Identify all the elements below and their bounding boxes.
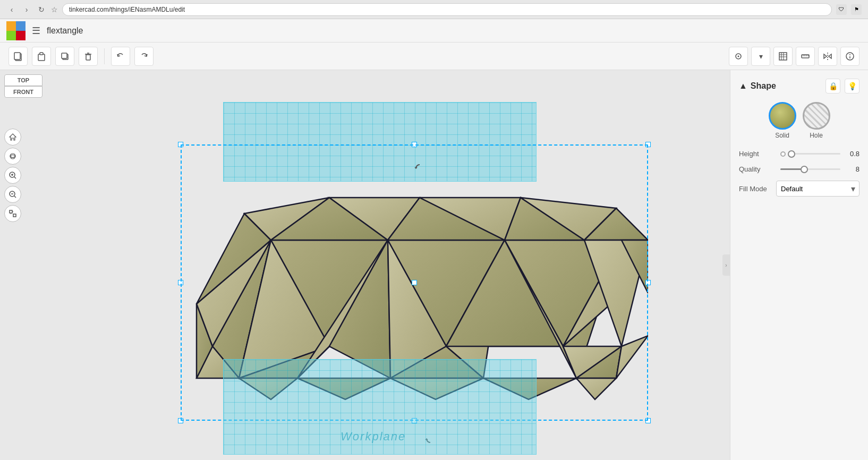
ruler-button[interactable] bbox=[796, 47, 815, 66]
hole-label: Hole bbox=[810, 132, 823, 139]
quality-label: Quality bbox=[739, 165, 776, 173]
svg-point-10 bbox=[738, 55, 739, 57]
paste-button[interactable] bbox=[32, 47, 51, 66]
browser-bar: ‹ › ↻ ☆ tinkercad.com/things/iENasmAMDLu… bbox=[0, 0, 868, 19]
address-bar[interactable]: tinkercad.com/things/iENasmAMDLu/edit bbox=[62, 3, 832, 16]
height-value: 0.8 bbox=[844, 150, 860, 158]
notes-button[interactable] bbox=[840, 47, 860, 66]
main-area: TOP FRONT bbox=[0, 70, 868, 460]
nav-controls bbox=[4, 129, 21, 222]
app-header: ☰ flextangle bbox=[0, 19, 868, 42]
browser-icons: 🛡 ⚑ bbox=[836, 4, 862, 15]
quality-row: Quality 8 bbox=[739, 165, 860, 173]
extension-icon-1: 🛡 bbox=[836, 4, 847, 15]
right-edge-toggle[interactable]: › bbox=[722, 254, 730, 276]
svg-point-27 bbox=[10, 154, 15, 159]
fill-mode-label: Fill Mode bbox=[739, 185, 776, 193]
svg-rect-35 bbox=[10, 210, 12, 213]
handle-mid-right[interactable] bbox=[645, 280, 651, 285]
snap-button[interactable] bbox=[729, 47, 748, 66]
view-top-face[interactable]: TOP bbox=[4, 74, 42, 86]
handle-top-center[interactable] bbox=[412, 142, 417, 147]
zoom-out-button[interactable] bbox=[4, 186, 21, 203]
svg-rect-3 bbox=[40, 53, 43, 55]
panel-lock-button[interactable]: 🔒 bbox=[826, 79, 840, 93]
handle-bot-left[interactable] bbox=[178, 418, 183, 423]
extension-icon-2: ⚑ bbox=[851, 4, 862, 15]
toolbar-right: ▾ bbox=[729, 47, 860, 66]
svg-rect-1 bbox=[14, 53, 20, 59]
panel-header: ▲ Shape 🔒 💡 bbox=[739, 79, 860, 93]
height-row: Height 0.8 bbox=[739, 150, 860, 158]
fill-mode-select-wrapper: Default Solid Wireframe bbox=[776, 181, 860, 197]
canvas[interactable]: TOP FRONT bbox=[0, 70, 730, 460]
toolbar: ▾ bbox=[0, 42, 868, 70]
height-slider[interactable] bbox=[789, 153, 840, 155]
app-logo bbox=[6, 21, 25, 40]
duplicate-button[interactable] bbox=[55, 47, 74, 66]
quality-slider-thumb[interactable] bbox=[801, 166, 808, 173]
panel-collapse-icon[interactable]: ▲ bbox=[739, 81, 747, 91]
svg-rect-11 bbox=[779, 53, 787, 60]
panel-title: ▲ Shape bbox=[739, 81, 776, 91]
bottom-workplane-grid: Workplane bbox=[223, 359, 537, 455]
right-panel: ▲ Shape 🔒 💡 Solid Hole Height bbox=[730, 70, 868, 460]
svg-marker-78 bbox=[576, 378, 616, 399]
svg-line-34 bbox=[14, 196, 16, 198]
refresh-button[interactable]: ↻ bbox=[36, 4, 47, 15]
height-label: Height bbox=[739, 150, 776, 158]
home-view-button[interactable] bbox=[4, 129, 21, 146]
bookmark-icon: ☆ bbox=[51, 5, 58, 14]
view-cube[interactable]: TOP FRONT bbox=[4, 74, 42, 122]
panel-light-button[interactable]: 💡 bbox=[845, 79, 860, 93]
svg-marker-22 bbox=[824, 54, 827, 58]
shape-selector: Solid Hole bbox=[739, 102, 860, 139]
fill-mode-row: Fill Mode Default Solid Wireframe bbox=[739, 181, 860, 197]
solid-option[interactable]: Solid bbox=[769, 102, 796, 139]
hamburger-menu[interactable]: ☰ bbox=[32, 25, 40, 37]
snap-dropdown-button[interactable]: ▾ bbox=[751, 47, 770, 66]
svg-marker-23 bbox=[829, 54, 831, 58]
quality-slider[interactable] bbox=[780, 168, 840, 170]
svg-rect-5 bbox=[62, 53, 67, 58]
height-slider-thumb[interactable] bbox=[788, 150, 795, 158]
toolbar-sep-1 bbox=[104, 48, 105, 64]
panel-icons: 🔒 💡 bbox=[826, 79, 860, 93]
copy-button[interactable] bbox=[8, 47, 28, 66]
quality-value: 8 bbox=[844, 165, 860, 173]
svg-rect-36 bbox=[13, 214, 16, 217]
handle-top-left[interactable] bbox=[178, 142, 183, 147]
fill-mode-select[interactable]: Default Solid Wireframe bbox=[776, 181, 860, 197]
svg-rect-2 bbox=[38, 54, 45, 61]
handle-top-right[interactable] bbox=[645, 142, 651, 147]
handle-mid-left[interactable] bbox=[178, 280, 183, 285]
redo-button[interactable] bbox=[134, 47, 154, 66]
forward-button[interactable]: › bbox=[21, 4, 32, 15]
view-front-face[interactable]: FRONT bbox=[4, 86, 42, 98]
mirror-button[interactable] bbox=[818, 47, 837, 66]
fit-view-button[interactable] bbox=[4, 205, 21, 222]
handle-center[interactable] bbox=[412, 280, 417, 285]
quality-slider-area: 8 bbox=[780, 165, 860, 173]
svg-rect-6 bbox=[86, 55, 90, 60]
bottom-workplane: Workplane bbox=[223, 359, 537, 455]
svg-line-31 bbox=[14, 177, 16, 178]
handle-bot-right[interactable] bbox=[645, 418, 651, 423]
solid-circle bbox=[769, 102, 796, 130]
svg-point-25 bbox=[849, 54, 850, 55]
app-title: flextangle bbox=[47, 26, 83, 36]
grid-button[interactable] bbox=[773, 47, 793, 66]
orbit-button[interactable] bbox=[4, 148, 21, 165]
solid-label: Solid bbox=[775, 132, 789, 139]
hole-option[interactable]: Hole bbox=[803, 102, 830, 139]
height-slider-area: 0.8 bbox=[780, 150, 860, 158]
undo-button[interactable] bbox=[111, 47, 130, 66]
height-slider-dot bbox=[780, 151, 786, 157]
delete-button[interactable] bbox=[79, 47, 98, 66]
workplane-label: Workplane bbox=[341, 430, 406, 444]
back-button[interactable]: ‹ bbox=[6, 4, 17, 15]
zoom-in-button[interactable] bbox=[4, 167, 21, 184]
hole-circle bbox=[803, 102, 830, 130]
